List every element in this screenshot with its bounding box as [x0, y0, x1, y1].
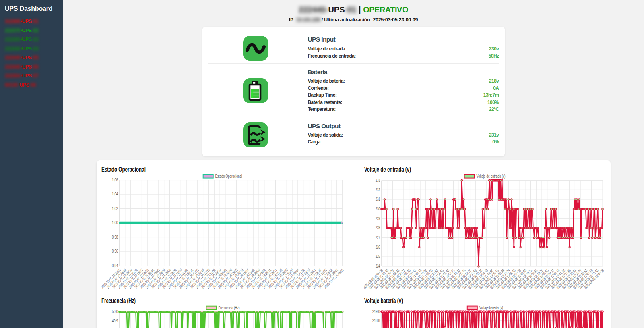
- svg-text:Estado Operacional: Estado Operacional: [215, 174, 242, 179]
- svg-text:233: 233: [376, 178, 380, 183]
- svg-text:219,0: 219,0: [372, 309, 380, 314]
- svg-text:Estado Operacional: Estado Operacional: [101, 167, 146, 173]
- svg-text:50,0: 50,0: [112, 309, 118, 314]
- svg-text:1,04: 1,04: [112, 192, 118, 196]
- svg-text:228: 228: [376, 226, 380, 230]
- svg-text:49,9: 49,9: [112, 319, 118, 323]
- svg-text:1,02: 1,02: [112, 206, 118, 211]
- svg-text:230: 230: [376, 207, 380, 211]
- svg-text:225: 225: [376, 254, 380, 259]
- svg-text:1,06: 1,06: [112, 178, 118, 182]
- svg-text:Frecuencia (Hz): Frecuencia (Hz): [218, 306, 239, 310]
- svg-text:218,8: 218,8: [372, 318, 380, 323]
- svg-text:0,94: 0,94: [112, 264, 118, 268]
- svg-text:Voltaje batería (v): Voltaje batería (v): [364, 298, 403, 304]
- svg-text:224: 224: [376, 264, 380, 268]
- svg-text:226: 226: [376, 245, 380, 249]
- svg-text:0,96: 0,96: [112, 249, 118, 253]
- svg-text:227: 227: [376, 235, 380, 240]
- svg-text:Voltaje de entrada (v): Voltaje de entrada (v): [477, 174, 506, 179]
- svg-text:Voltaje de entrada (v): Voltaje de entrada (v): [364, 167, 411, 173]
- svg-text:229: 229: [376, 216, 380, 221]
- svg-text:Frecuencia (Hz): Frecuencia (Hz): [101, 298, 136, 304]
- svg-text:232: 232: [376, 188, 380, 192]
- svg-text:1,00: 1,00: [112, 220, 118, 225]
- svg-text:0,98: 0,98: [112, 235, 118, 239]
- svg-text:Voltaje batería (v): Voltaje batería (v): [479, 305, 503, 310]
- svg-text:231: 231: [376, 197, 380, 201]
